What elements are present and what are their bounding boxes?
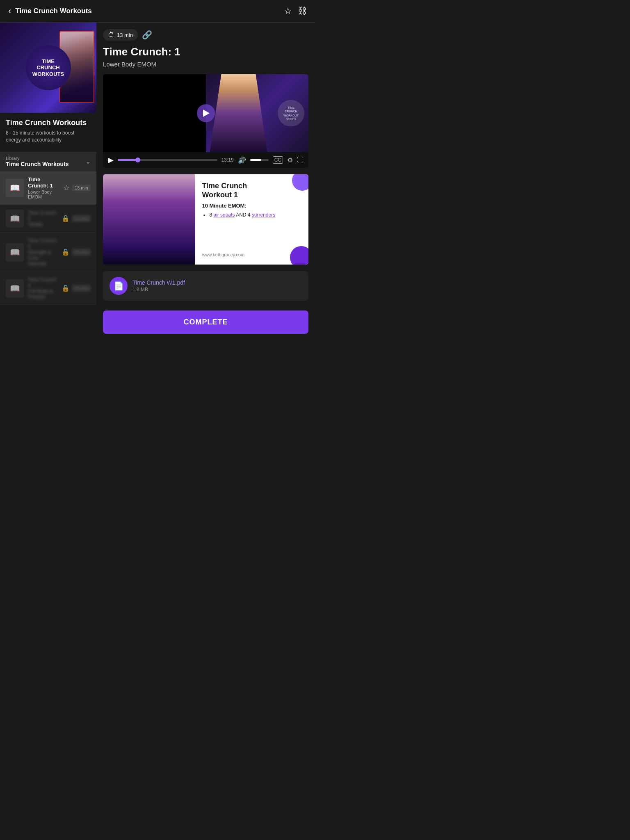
- locked-meta: 🔒 10 min: [62, 215, 91, 222]
- progress-fill: [118, 159, 138, 161]
- pdf-size: 1.9 MB: [132, 287, 185, 292]
- video-person-silhouette: [210, 74, 267, 152]
- clock-icon: ⏱: [108, 31, 114, 39]
- locked-lesson-info: Time Crunch: 2 Tabata: [28, 210, 57, 227]
- locked-duration: 10 min: [72, 249, 91, 256]
- lock-icon: 🔒: [62, 284, 70, 292]
- time-display: 13:19: [221, 157, 234, 163]
- pdf-name: Time Crunch W1.pdf: [132, 279, 185, 286]
- lesson-main-title: Time Crunch: 1: [103, 46, 308, 58]
- locked-duration: 10 min: [72, 215, 91, 222]
- video-controls: ▶ 13:19 🔊 CC ⚙ ⛶: [103, 152, 308, 168]
- meta-row: ⏱ 13 min 🔗: [103, 29, 308, 41]
- locked-lesson-item: 📖 Time Crunch: 3 Strength & Core Interva…: [0, 233, 96, 272]
- complete-button[interactable]: COMPLETE: [103, 310, 308, 334]
- locked-subtitle: Full Body & Finisher: [28, 288, 57, 300]
- program-info: Time Crunch Workouts 8 - 15 minute worko…: [0, 113, 96, 148]
- chain-link-icon[interactable]: 🔗: [142, 30, 152, 40]
- link-icon[interactable]: ⛓: [298, 6, 307, 16]
- workout-card-title: Time CrunchWorkout 1: [202, 182, 302, 199]
- lesson-meta: ☆ 13 min: [63, 183, 91, 192]
- settings-icon[interactable]: ⚙: [287, 156, 293, 164]
- pdf-icon-wrap: 📄: [110, 277, 128, 295]
- lesson-thumb-locked: 📖: [6, 210, 24, 228]
- locked-lesson-item: 📖 Time Crunch: 4 Full Body & Finisher 🔒 …: [0, 272, 96, 305]
- play-pause-icon[interactable]: ▶: [108, 155, 114, 164]
- lesson-subtitle: Lower Body EMOM: [28, 189, 59, 199]
- lesson-item[interactable]: 📖 Time Crunch: 1 Lower Body EMOM ☆ 13 mi…: [0, 171, 96, 205]
- lesson-duration: 13 min: [72, 185, 91, 191]
- locked-lesson-item: 📖 Time Crunch: 2 Tabata 🔒 10 min: [0, 205, 96, 233]
- workout-exercise-list: 8 air squats AND 4 surrenders: [202, 212, 302, 219]
- locked-meta: 🔒 10 min: [62, 248, 91, 256]
- locked-meta: 🔒 10 min: [62, 284, 91, 292]
- library-section: Library Time Crunch Workouts ⌄ 📖 Time Cr…: [0, 152, 96, 305]
- library-name: Time Crunch Workouts: [6, 161, 69, 167]
- lesson-main-subtitle: Lower Body EMOM: [103, 61, 308, 68]
- volume-icon[interactable]: 🔊: [238, 156, 246, 164]
- workout-card-image: [103, 174, 195, 265]
- back-icon[interactable]: ‹: [8, 6, 11, 16]
- duration-pill: ⏱ 13 min: [103, 29, 138, 41]
- program-desc: 8 - 15 minute workouts to boost energy a…: [6, 130, 91, 144]
- workout-card-url: www.bethgracey.com: [202, 252, 302, 257]
- play-button[interactable]: [197, 104, 215, 122]
- locked-title: Time Crunch: 2: [28, 210, 57, 221]
- lesson-thumb-locked: 📖: [6, 279, 24, 297]
- watermark-text: TIME CRUNCH WORKOUT SERIES: [283, 106, 299, 121]
- workout-card: Time CrunchWorkout 1 10 Minute EMOM: 8 a…: [103, 174, 308, 265]
- header-left: ‹ Time Crunch Workouts: [8, 6, 92, 16]
- air-squats-link[interactable]: air squats: [213, 212, 235, 218]
- workout-card-subtitle: 10 Minute EMOM:: [202, 203, 302, 209]
- video-player: TIME CRUNCH WORKOUT SERIES ▶: [103, 74, 308, 168]
- video-right-panel: TIME CRUNCH WORKOUT SERIES: [206, 74, 309, 152]
- hero-circle-text: TIME CRUNCH WORKOUTS: [32, 58, 64, 78]
- lesson-info: Time Crunch: 1 Lower Body EMOM: [28, 176, 59, 199]
- pdf-info: Time Crunch W1.pdf 1.9 MB: [132, 279, 185, 292]
- exercise-item: 8 air squats AND 4 surrenders: [209, 212, 302, 218]
- progress-bar[interactable]: [118, 159, 217, 161]
- progress-dot: [135, 158, 140, 162]
- hero-circle: TIME CRUNCH WORKOUTS: [26, 45, 71, 90]
- watermark: TIME CRUNCH WORKOUT SERIES: [278, 100, 304, 127]
- locked-subtitle: Strength & Core Intervals: [28, 249, 57, 267]
- fullscreen-icon[interactable]: ⛶: [297, 156, 304, 164]
- pdf-file-icon: 📄: [114, 281, 124, 291]
- volume-fill: [250, 159, 261, 161]
- lesson-thumb: 📖: [6, 179, 24, 197]
- library-header[interactable]: Library Time Crunch Workouts ⌄: [0, 152, 96, 171]
- pdf-attachment[interactable]: 📄 Time Crunch W1.pdf 1.9 MB: [103, 271, 308, 301]
- lesson-title: Time Crunch: 1: [28, 176, 59, 189]
- bookmark-lesson-icon[interactable]: ☆: [63, 183, 70, 192]
- header-title: Time Crunch Workouts: [15, 7, 91, 15]
- hero-image: TIME CRUNCH WORKOUTS: [0, 23, 96, 113]
- locked-lesson-info: Time Crunch: 4 Full Body & Finisher: [28, 277, 57, 300]
- bookmark-icon[interactable]: ☆: [284, 6, 292, 16]
- lock-icon: 🔒: [62, 248, 70, 256]
- workout-figure: [103, 174, 195, 265]
- lesson-thumb-locked: 📖: [6, 243, 24, 261]
- locked-duration: 10 min: [72, 285, 91, 292]
- left-column: TIME CRUNCH WORKOUTS Time Crunch Workout…: [0, 23, 96, 340]
- library-label: Library: [6, 156, 69, 161]
- play-triangle-icon: [203, 110, 210, 117]
- duration-text: 13 min: [117, 32, 133, 38]
- volume-bar[interactable]: [250, 159, 269, 161]
- video-thumbnail: TIME CRUNCH WORKOUT SERIES: [103, 74, 308, 152]
- header: ‹ Time Crunch Workouts ☆ ⛓: [0, 0, 315, 23]
- locked-lesson-info: Time Crunch: 3 Strength & Core Intervals: [28, 238, 57, 267]
- right-column: ⏱ 13 min 🔗 Time Crunch: 1 Lower Body EMO…: [96, 23, 315, 340]
- locked-title: Time Crunch: 4: [28, 277, 57, 288]
- program-title: Time Crunch Workouts: [6, 119, 91, 127]
- surrenders-link[interactable]: surrenders: [252, 212, 275, 218]
- lock-icon: 🔒: [62, 215, 70, 222]
- cc-icon[interactable]: CC: [273, 156, 283, 164]
- header-icons: ☆ ⛓: [284, 6, 307, 16]
- main-layout: TIME CRUNCH WORKOUTS Time Crunch Workout…: [0, 23, 315, 340]
- chevron-up-icon: ⌄: [85, 158, 91, 165]
- video-left-panel: [103, 74, 206, 152]
- locked-title: Time Crunch: 3: [28, 238, 57, 249]
- locked-subtitle: Tabata: [28, 221, 57, 227]
